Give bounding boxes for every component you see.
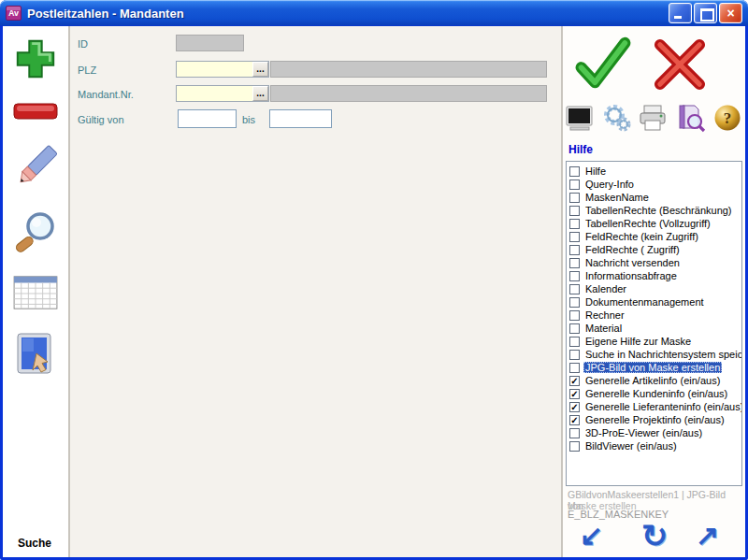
plz-input[interactable] xyxy=(177,62,252,77)
plz-lookup-button[interactable]: ... xyxy=(252,62,268,77)
help-list-item[interactable]: ✓Generelle Kundeninfo (ein/aus) xyxy=(567,387,741,400)
help-list-item[interactable]: Query-Info xyxy=(567,178,741,191)
print-button[interactable] xyxy=(638,103,668,133)
mandant-lookup-button[interactable]: ... xyxy=(252,86,268,101)
checkbox-unchecked-icon[interactable] xyxy=(569,297,580,308)
plz-label: PLZ xyxy=(78,65,96,76)
checkbox-unchecked-icon[interactable] xyxy=(569,350,580,360)
help-list-item-label: Material xyxy=(583,323,624,334)
checkbox-unchecked-icon[interactable] xyxy=(569,179,580,190)
checkbox-unchecked-icon[interactable] xyxy=(569,206,580,216)
select-screen-button[interactable] xyxy=(10,329,61,385)
help-list-item-label: Informationsabfrage xyxy=(583,270,679,281)
help-list-item[interactable]: Suche in Nachrichtensystem speich xyxy=(567,348,741,361)
help-list-item[interactable]: TabellenRechte (Vollzugriff) xyxy=(567,217,741,230)
help-list-item[interactable]: Kalender xyxy=(567,282,741,295)
checkbox-unchecked-icon[interactable] xyxy=(569,310,580,321)
help-button[interactable]: ? xyxy=(712,103,742,133)
form-area: ID PLZ ... Mandant.Nr. ... Gültig von bi… xyxy=(70,26,561,557)
plz-display-field xyxy=(270,61,547,78)
maximize-button[interactable] xyxy=(694,3,717,23)
checkbox-unchecked-icon[interactable] xyxy=(569,284,580,294)
help-list-item[interactable]: TabellenRechte (Beschränkung) xyxy=(567,204,741,217)
checkbox-unchecked-icon[interactable] xyxy=(569,323,580,334)
checkbox-unchecked-icon[interactable] xyxy=(569,258,580,268)
help-list-item[interactable]: ✓Generelle Projektinfo (ein/aus) xyxy=(567,413,741,426)
help-list-item-label: BildViewer (ein/aus) xyxy=(583,440,679,452)
help-list-item-label: Nachricht versenden xyxy=(583,257,682,268)
checkbox-unchecked-icon[interactable] xyxy=(569,363,580,373)
help-section-title: Hilfe xyxy=(568,143,593,156)
help-list-item-label: FeldRechte (kein Zugriff) xyxy=(583,231,700,242)
close-button[interactable]: × xyxy=(719,3,742,23)
checkbox-unchecked-icon[interactable] xyxy=(569,193,580,203)
help-list-item-label: Hilfe xyxy=(583,165,608,177)
help-list-item-label: FeldRechte ( Zugriff) xyxy=(583,244,682,255)
add-record-button[interactable] xyxy=(10,36,61,86)
help-list-item[interactable]: Eigene Hilfe zur Maske xyxy=(567,335,741,348)
help-list-item[interactable]: ✓Generelle Lieferanteninfo (ein/aus) xyxy=(567,400,741,413)
help-list-item[interactable]: Informationsabfrage xyxy=(567,269,741,282)
id-field xyxy=(176,35,244,51)
report-lookup-button[interactable] xyxy=(676,103,706,133)
search-button[interactable] xyxy=(10,209,61,260)
confirm-check-icon xyxy=(572,85,632,101)
edit-pencil-icon xyxy=(10,140,61,196)
checkbox-unchecked-icon[interactable] xyxy=(569,428,580,438)
delete-record-button[interactable] xyxy=(10,99,61,127)
help-list-item[interactable]: JPG-Bild von Maske erstellen xyxy=(567,361,741,374)
mandant-input[interactable] xyxy=(177,86,252,101)
cancel-button[interactable] xyxy=(649,34,711,99)
help-list-item[interactable]: FeldRechte (kein Zugriff) xyxy=(567,230,741,243)
gueltig-bis-input[interactable] xyxy=(269,109,332,128)
help-list-item-label: Kalender xyxy=(583,283,628,294)
checkbox-unchecked-icon[interactable] xyxy=(569,219,580,229)
title-bar[interactable]: Av Postleitzahlen - Mandanten × xyxy=(0,0,748,26)
help-list-item-label: TabellenRechte (Beschränkung) xyxy=(583,205,734,216)
app-icon[interactable]: Av xyxy=(6,6,22,21)
help-list-item[interactable]: Material xyxy=(567,322,741,335)
gueltig-von-input[interactable] xyxy=(178,109,237,128)
help-list-item[interactable]: Nachricht versenden xyxy=(567,256,741,269)
app-window: Av Postleitzahlen - Mandanten × xyxy=(0,0,748,560)
screen-capture-button[interactable] xyxy=(565,103,595,133)
checkbox-unchecked-icon[interactable] xyxy=(569,232,580,242)
help-list-item-label: Generelle Projektinfo (ein/aus) xyxy=(583,414,726,425)
mandant-field-wrap: ... xyxy=(176,85,269,102)
checkbox-unchecked-icon[interactable] xyxy=(569,245,580,255)
help-list-item-label: Generelle Artikelinfo (ein/aus) xyxy=(583,375,722,386)
help-list-item[interactable]: ✓Generelle Artikelinfo (ein/aus) xyxy=(567,374,741,387)
help-list-item[interactable]: BildViewer (ein/aus) xyxy=(567,439,741,452)
checkbox-checked-icon[interactable]: ✓ xyxy=(569,402,580,412)
help-list-item-label: JPG-Bild von Maske erstellen xyxy=(583,362,722,373)
nav-forward-arrow-icon[interactable]: ↗ xyxy=(696,520,719,552)
table-view-button[interactable] xyxy=(10,273,61,316)
nav-refresh-arrow-icon[interactable]: ↻ xyxy=(641,520,669,552)
checkbox-unchecked-icon[interactable] xyxy=(569,337,580,347)
checkbox-checked-icon[interactable]: ✓ xyxy=(569,389,580,399)
checkbox-checked-icon[interactable]: ✓ xyxy=(569,376,580,386)
checkbox-unchecked-icon[interactable] xyxy=(569,441,580,452)
help-list-item-label: Rechner xyxy=(583,309,626,321)
checkbox-checked-icon[interactable]: ✓ xyxy=(569,415,580,425)
nav-back-arrow-icon[interactable]: ↙ xyxy=(580,520,603,552)
help-list-item[interactable]: MaskenName xyxy=(567,191,741,204)
settings-button[interactable] xyxy=(602,103,632,133)
help-list[interactable]: HilfeQuery-InfoMaskenNameTabellenRechte … xyxy=(566,161,742,486)
checkbox-unchecked-icon[interactable] xyxy=(569,271,580,281)
help-list-item[interactable]: Dokumentenmanagement xyxy=(567,295,741,309)
confirm-button[interactable] xyxy=(572,31,632,102)
book-magnifier-icon xyxy=(676,120,706,136)
minimize-button[interactable] xyxy=(669,3,692,23)
help-list-item[interactable]: Hilfe xyxy=(567,165,741,178)
cancel-x-icon xyxy=(649,82,711,98)
edit-record-button[interactable] xyxy=(10,140,61,196)
help-list-item[interactable]: FeldRechte ( Zugriff) xyxy=(567,243,741,256)
checkbox-unchecked-icon[interactable] xyxy=(569,166,580,177)
help-list-item[interactable]: 3D-ProE-Viewer (ein/aus) xyxy=(567,426,741,439)
help-list-item[interactable]: Rechner xyxy=(567,309,741,322)
delete-minus-icon xyxy=(11,99,60,127)
add-plus-icon xyxy=(11,36,60,86)
help-panel: ? Hilfe HilfeQuery-InfoMaskenNameTabelle… xyxy=(561,26,745,557)
help-list-item-label: Query-Info xyxy=(583,179,636,190)
